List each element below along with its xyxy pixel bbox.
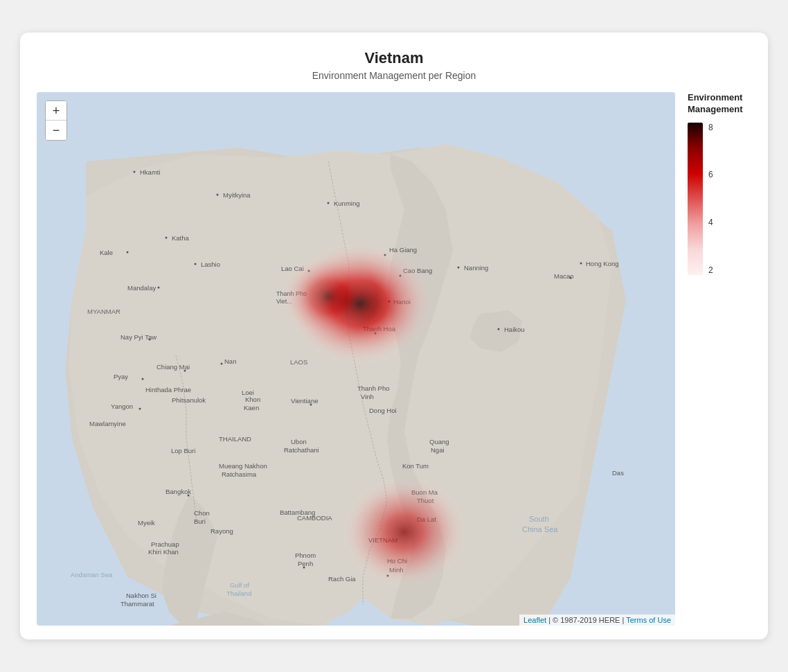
- svg-text:China Sea: China Sea: [522, 525, 558, 533]
- svg-point-41: [221, 363, 223, 365]
- leaflet-link[interactable]: Leaflet: [523, 616, 546, 624]
- legend-color-bar: [688, 123, 703, 275]
- svg-text:Ubon: Ubon: [291, 438, 307, 445]
- attribution-bar: Leaflet | © 1987-2019 HERE | Terms of Us…: [519, 614, 675, 626]
- legend-panel: Environment Management 8 6 4 2: [675, 92, 751, 626]
- svg-text:Mandalay: Mandalay: [127, 284, 156, 292]
- svg-text:Ratchasima: Ratchasima: [222, 470, 257, 478]
- svg-text:Phnom: Phnom: [295, 551, 316, 559]
- svg-text:Khiri Khan: Khiri Khan: [148, 548, 179, 556]
- svg-text:Dong Hoi: Dong Hoi: [369, 407, 397, 414]
- svg-text:Buri: Buri: [194, 518, 206, 525]
- legend-value-8: 8: [708, 123, 713, 132]
- svg-text:Thailand: Thailand: [226, 590, 251, 597]
- svg-text:Rach Gia: Rach Gia: [328, 575, 356, 583]
- svg-point-43: [142, 378, 144, 380]
- svg-text:Quang: Quang: [429, 438, 449, 445]
- map-area: Hkamti Myitkyina Kunming Nanning Hong Ko…: [37, 92, 751, 626]
- svg-text:Yangon: Yangon: [111, 403, 133, 410]
- svg-text:Das: Das: [612, 469, 624, 477]
- svg-text:Nakhon Si: Nakhon Si: [126, 592, 156, 599]
- svg-text:Mueang Nakhon: Mueang Nakhon: [219, 462, 267, 470]
- svg-text:Hkamti: Hkamti: [140, 168, 161, 176]
- svg-text:Gulf of: Gulf of: [230, 581, 249, 589]
- svg-point-3: [217, 194, 219, 196]
- svg-text:Loei: Loei: [242, 389, 254, 396]
- svg-text:Andaman Sea: Andaman Sea: [71, 571, 113, 578]
- svg-text:Thanh Pho: Thanh Pho: [357, 384, 389, 392]
- svg-text:Bangkok: Bangkok: [165, 488, 191, 495]
- svg-text:South: South: [529, 515, 549, 523]
- main-card: Vietnam Environment Management per Regio…: [20, 33, 768, 639]
- svg-text:Myitkyina: Myitkyina: [223, 191, 251, 199]
- svg-text:Hinthada Phrae: Hinthada Phrae: [145, 386, 191, 394]
- svg-point-17: [165, 237, 168, 239]
- svg-text:THAILAND: THAILAND: [219, 435, 251, 443]
- svg-text:Pyay: Pyay: [114, 373, 128, 380]
- copyright-text: | © 1987-2019 HERE |: [546, 616, 626, 624]
- svg-text:Myeik: Myeik: [138, 519, 155, 527]
- page-subtitle: Environment Management per Region: [37, 70, 751, 81]
- svg-text:Hong Kong: Hong Kong: [586, 260, 619, 267]
- map-container[interactable]: Hkamti Myitkyina Kunming Nanning Hong Ko…: [37, 92, 675, 626]
- svg-point-1: [134, 171, 136, 173]
- svg-text:Chon: Chon: [194, 509, 210, 517]
- svg-text:Kale: Kale: [100, 249, 113, 256]
- svg-text:LAOS: LAOS: [290, 358, 307, 366]
- svg-text:Kon Tum: Kon Tum: [402, 462, 429, 470]
- zoom-out-button[interactable]: −: [46, 121, 66, 140]
- svg-text:Lop Buri: Lop Buri: [171, 447, 195, 454]
- svg-text:Ratchathani: Ratchathani: [284, 446, 319, 454]
- svg-text:Prachuap: Prachuap: [151, 540, 179, 548]
- svg-text:Nan: Nan: [224, 357, 236, 365]
- svg-point-113: [280, 255, 377, 338]
- svg-text:Katha: Katha: [172, 234, 190, 242]
- svg-text:Mawlamyine: Mawlamyine: [89, 420, 126, 427]
- svg-text:Battambang: Battambang: [280, 509, 315, 516]
- legend-bar-container: 8 6 4 2: [688, 123, 713, 275]
- zoom-in-button[interactable]: +: [46, 101, 66, 121]
- svg-text:Kaen: Kaen: [244, 404, 259, 412]
- terms-of-use-link[interactable]: Terms of Use: [626, 616, 671, 624]
- svg-text:Chiang Mai: Chiang Mai: [156, 363, 190, 371]
- svg-text:Rayong: Rayong: [211, 527, 233, 535]
- svg-point-21: [158, 287, 160, 289]
- svg-text:Penh: Penh: [298, 560, 313, 567]
- map-svg: Hkamti Myitkyina Kunming Nanning Hong Ko…: [37, 92, 675, 626]
- svg-text:Thammarat: Thammarat: [120, 600, 154, 608]
- svg-text:Lashio: Lashio: [201, 260, 220, 268]
- svg-point-87: [303, 567, 305, 569]
- legend-value-4: 4: [708, 218, 713, 227]
- svg-text:Vientiane: Vientiane: [291, 397, 318, 405]
- legend-value-2: 2: [708, 265, 713, 275]
- legend-labels: 8 6 4 2: [708, 123, 713, 275]
- svg-text:Macao: Macao: [554, 272, 574, 280]
- page-title: Vietnam: [37, 49, 751, 67]
- svg-point-9: [580, 263, 582, 265]
- svg-text:Vinh: Vinh: [361, 393, 374, 400]
- legend-value-6: 6: [708, 170, 713, 179]
- svg-text:MYANMAR: MYANMAR: [87, 308, 120, 315]
- svg-point-7: [458, 267, 460, 269]
- zoom-controls: + −: [45, 100, 67, 141]
- legend-title: Environment Management: [688, 92, 751, 116]
- svg-text:Nanning: Nanning: [464, 264, 488, 272]
- svg-point-114: [342, 477, 467, 587]
- svg-text:Phitsanulok: Phitsanulok: [172, 396, 206, 404]
- svg-text:Nay Pyi Taw: Nay Pyi Taw: [120, 333, 156, 341]
- svg-text:Khon: Khon: [245, 396, 260, 403]
- svg-point-15: [195, 263, 197, 265]
- svg-text:Ngai: Ngai: [431, 446, 445, 454]
- svg-text:Kunming: Kunming: [334, 200, 360, 207]
- svg-point-60: [139, 408, 141, 410]
- svg-point-5: [328, 202, 330, 204]
- svg-point-13: [498, 328, 500, 330]
- svg-point-19: [127, 251, 129, 254]
- svg-text:Haikou: Haikou: [504, 326, 525, 333]
